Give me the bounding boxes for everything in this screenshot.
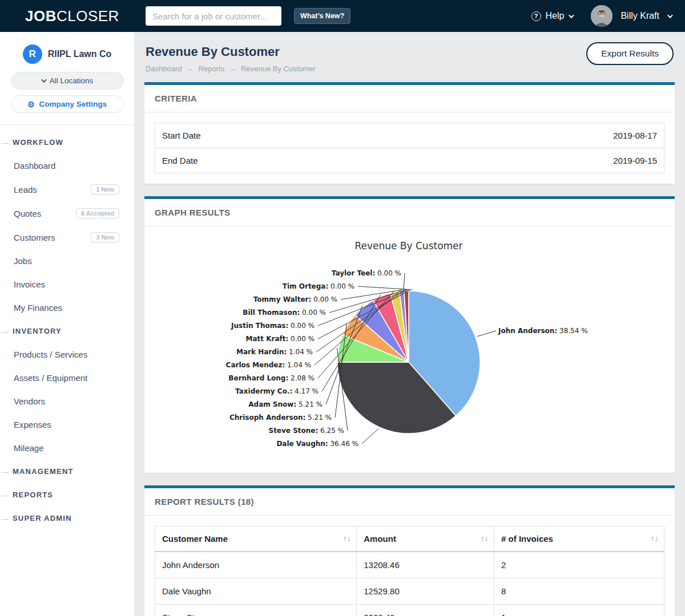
sidebar-item-label: Jobs — [14, 256, 32, 266]
report-results-card: REPORT RESULTS (18) Customer Name↑↓Amoun… — [144, 485, 675, 616]
report-table-body: John Anderson13208.462Dale Vaughn12529.8… — [155, 552, 664, 616]
column-header[interactable]: Amount↑↓ — [357, 526, 494, 552]
table-cell: 8 — [494, 578, 664, 605]
sidebar-section-reports[interactable]: ---REPORTS — [0, 483, 134, 506]
criteria-value: 2019-08-17 — [397, 123, 664, 148]
sidebar-section-management[interactable]: ---MANAGEMENT — [0, 460, 134, 483]
sidebar-item-products-services[interactable]: Products / Services — [0, 343, 134, 366]
status-badge: 3 New — [91, 232, 119, 242]
report-table: Customer Name↑↓Amount↑↓# of Invoices↑↓ J… — [155, 526, 664, 616]
sidebar-section-label: INVENTORY — [13, 327, 62, 335]
pie-label: Mark Hardin: 1.04 % — [236, 348, 313, 356]
breadcrumb-item: Revenue By Customer — [241, 64, 316, 73]
sidebar-item-vendors[interactable]: Vendors — [0, 390, 134, 413]
locations-dropdown[interactable]: All Locations — [11, 72, 124, 90]
criteria-row: Start Date2019-08-17 — [155, 123, 664, 148]
pie-label: Matt Kraft: 0.00 % — [245, 335, 315, 343]
export-results-button[interactable]: Export Results — [586, 42, 674, 65]
sidebar-item-label: Dashboard — [14, 161, 55, 171]
sidebar-section-inventory[interactable]: ---INVENTORY — [0, 319, 134, 343]
sidebar: R RIIPL Lawn Co All Locations ⚙ Company … — [0, 32, 134, 616]
table-cell: 13208.46 — [357, 552, 494, 578]
sidebar-item-leads[interactable]: Leads1 New — [0, 177, 134, 201]
sidebar-item-label: My Finances — [14, 303, 62, 313]
column-header[interactable]: # of Invoices↑↓ — [494, 526, 664, 552]
criteria-table: Start Date2019-08-17End Date2019-09-15 — [155, 123, 664, 173]
table-row[interactable]: Steve Stone2006.401 — [155, 605, 664, 616]
breadcrumb: Dashboard→Reports→Revenue By Customer — [146, 64, 674, 73]
report-table-header-row: Customer Name↑↓Amount↑↓# of Invoices↑↓ — [155, 526, 664, 552]
top-navbar: JOBCLOSER What’s New? ? Help Billy Kraft — [0, 0, 685, 32]
user-name[interactable]: Billy Kraft — [620, 11, 659, 21]
sidebar-item-label: Products / Services — [14, 350, 87, 359]
breadcrumb-arrow-icon: → — [229, 64, 236, 73]
criteria-label: End Date — [155, 148, 398, 173]
pie-label: Taxidermy Co.: 4.17 % — [235, 387, 319, 395]
sidebar-item-jobs[interactable]: Jobs — [0, 249, 134, 273]
sort-icon[interactable]: ↑↓ — [342, 535, 350, 542]
table-row[interactable]: Dale Vaughn12529.808 — [155, 578, 664, 605]
sidebar-item-label: Assets / Equipment — [14, 373, 87, 383]
sidebar-item-label: Invoices — [14, 279, 45, 289]
sidebar-section-label: REPORTS — [13, 491, 53, 499]
criteria-table-body: Start Date2019-08-17End Date2019-09-15 — [155, 123, 664, 173]
logo-light: CLOSER — [57, 7, 119, 25]
whats-new-button[interactable]: What’s New? — [294, 8, 350, 24]
sidebar-item-customers[interactable]: Customers3 New — [0, 225, 134, 249]
avatar[interactable] — [591, 5, 613, 27]
column-header[interactable]: Customer Name↑↓ — [155, 526, 357, 552]
breadcrumb-item[interactable]: Dashboard — [146, 64, 182, 73]
column-header-label: # of Invoices — [501, 534, 553, 544]
sidebar-item-expenses[interactable]: Expenses — [0, 413, 134, 436]
sort-icon[interactable]: ↑↓ — [480, 535, 488, 542]
table-cell: Steve Stone — [155, 605, 357, 616]
sidebar-item-quotes[interactable]: Quotes8 Accepted — [0, 201, 134, 225]
sidebar-item-dashboard[interactable]: Dashboard — [0, 154, 134, 177]
sidebar-section-label: WORKFLOW — [13, 138, 63, 147]
table-row[interactable]: John Anderson13208.462 — [155, 552, 664, 578]
pie-label: Tommy Walter: 0.00 % — [253, 295, 337, 303]
table-cell: 12529.80 — [357, 578, 494, 605]
sidebar-section-workflow[interactable]: ---WORKFLOW — [0, 131, 134, 154]
criteria-card-title: CRITERIA — [144, 85, 675, 112]
locations-label: All Locations — [50, 76, 94, 85]
sidebar-item-assets-equipment[interactable]: Assets / Equipment — [0, 366, 134, 390]
sidebar-item-invoices[interactable]: Invoices — [0, 273, 134, 296]
breadcrumb-item[interactable]: Reports — [199, 64, 225, 73]
pie-label: Carlos Mendez: 1.04 % — [226, 361, 311, 369]
company-settings-label: Company Settings — [39, 100, 107, 108]
help-menu[interactable]: ? Help — [531, 11, 573, 21]
pie-chart: Revenue By CustomerTaylor Teel: 0.00 %Ti… — [144, 226, 675, 473]
chart-title: Revenue By Customer — [354, 240, 462, 252]
graph-card-title: GRAPH RESULTS — [144, 199, 675, 226]
pie-label: Adam Snow: 5.21 % — [248, 400, 323, 408]
page-header: Revenue By Customer Dashboard→Reports→Re… — [144, 32, 675, 82]
company-settings-button[interactable]: ⚙ Company Settings — [11, 95, 124, 113]
chevron-down-icon — [41, 77, 47, 83]
sort-icon[interactable]: ↑↓ — [650, 535, 658, 542]
app-logo: JOBCLOSER — [25, 7, 119, 25]
sidebar-item-my-finances[interactable]: My Finances — [0, 296, 134, 319]
graph-results-card: GRAPH RESULTS Revenue By CustomerTaylor … — [144, 196, 675, 473]
sidebar-item-label: Leads — [14, 185, 37, 194]
column-header-label: Amount — [364, 534, 396, 544]
pie-label: John Anderson: 38.54 % — [498, 327, 588, 335]
section-collapse-icon: --- — [0, 328, 13, 335]
search-input[interactable] — [146, 6, 281, 26]
sidebar-item-label: Mileage — [14, 443, 44, 453]
section-collapse-icon: --- — [0, 468, 13, 475]
sidebar-item-mileage[interactable]: Mileage — [0, 436, 134, 460]
pie-leader-line — [477, 331, 496, 337]
sidebar-item-label: Vendors — [14, 396, 45, 406]
sidebar-item-label: Customers — [14, 233, 55, 242]
pie-label: Bill Thomason: 0.00 % — [243, 309, 326, 317]
chevron-down-icon[interactable] — [667, 13, 673, 18]
table-cell: 2 — [494, 552, 664, 578]
sidebar-item-label: Expenses — [14, 420, 51, 429]
sidebar-section-super-admin[interactable]: ---SUPER ADMIN — [0, 506, 134, 530]
pie-label: Taylor Teel: 0.00 % — [332, 269, 401, 277]
pie-label: Dale Vaughn: 36.46 % — [276, 440, 358, 448]
pie-leader-line — [358, 286, 405, 289]
help-label: Help — [546, 11, 565, 21]
criteria-value: 2019-09-15 — [397, 148, 664, 173]
